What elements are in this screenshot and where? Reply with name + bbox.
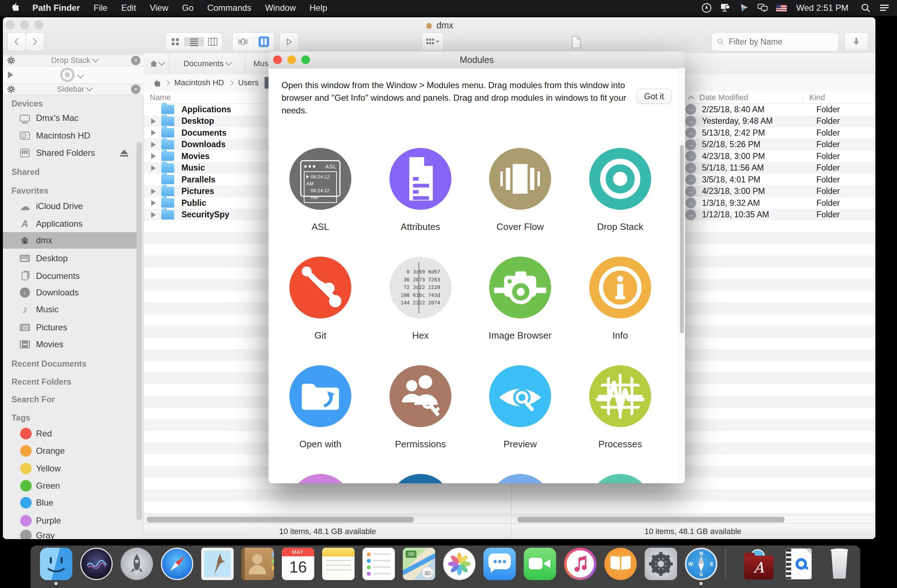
sidebar-item-pictures[interactable]: Pictures (3, 319, 137, 336)
view-options-dropdown-button[interactable] (421, 32, 444, 51)
slideshow-play-button[interactable] (279, 32, 299, 51)
dock-mail[interactable] (201, 548, 234, 580)
sidebar-tag-yellow[interactable]: Yellow (3, 460, 137, 477)
dock-contacts[interactable] (242, 548, 274, 580)
module-partial-3[interactable] (489, 474, 551, 483)
notification-center-icon[interactable] (879, 3, 890, 13)
menu-app-name[interactable]: Path Finder (26, 3, 87, 13)
drop-stack-well[interactable] (3, 66, 144, 84)
dock-ibooks[interactable] (605, 548, 637, 580)
dock-launchpad[interactable] (121, 548, 153, 580)
menu-help[interactable]: Help (303, 3, 334, 13)
sidebar-tag-gray[interactable]: Gray (3, 527, 137, 539)
dock-maps[interactable]: 280 3D (403, 548, 435, 580)
sidebar-recent-folders-header[interactable]: Recent Folders (12, 375, 71, 388)
date-modified-column-header[interactable]: Date Modified (700, 92, 749, 103)
right-pane-horizontal-scrollbar[interactable] (511, 516, 875, 523)
disclosure-triangle-icon[interactable] (151, 200, 156, 206)
airplay-status-icon[interactable] (739, 3, 749, 13)
menu-file[interactable]: File (87, 3, 115, 13)
disclosure-triangle-icon[interactable] (151, 153, 156, 159)
menu-view[interactable]: View (143, 3, 175, 13)
tab-documents[interactable]: Documents (170, 59, 245, 69)
list-view-button[interactable] (185, 37, 204, 46)
icon-view-button[interactable] (166, 37, 185, 46)
breadcrumb-users[interactable]: Users (238, 78, 259, 87)
dialog-minimize-button[interactable] (287, 55, 296, 64)
module-asl[interactable]: ASL 08:24:12 AM 08:24:12 AM (289, 148, 351, 210)
disclosure-triangle-icon[interactable] (151, 142, 156, 148)
sidebar-tag-orange[interactable]: Orange (3, 443, 137, 459)
sidebar-item-documents[interactable]: Documents (3, 268, 137, 284)
module-git[interactable] (289, 257, 351, 318)
dock-siri[interactable] (80, 548, 113, 580)
sidebar-close-icon[interactable]: × (131, 85, 140, 94)
dialog-close-button[interactable] (273, 55, 282, 64)
sidebar-item-music[interactable]: ♪ Music (3, 301, 137, 318)
module-hex[interactable]: 03c69 6d67 362073 7263 723d22 2220 10861… (389, 257, 452, 318)
displays-status-icon[interactable] (757, 3, 768, 13)
filter-field[interactable] (711, 32, 839, 51)
tab-home[interactable] (144, 60, 169, 68)
got-it-button[interactable]: Got it (637, 89, 672, 104)
clipboard-tool-icon[interactable] (566, 33, 586, 51)
menu-clock[interactable]: Wed 2:51 PM (787, 3, 855, 13)
sidebar-search-for-header[interactable]: Search For (12, 393, 55, 406)
module-drop-stack[interactable] (589, 148, 651, 210)
module-processes[interactable] (589, 365, 651, 427)
drop-stack-play-icon[interactable] (8, 71, 13, 78)
filter-input[interactable] (728, 37, 833, 47)
dock-system-preferences[interactable] (645, 548, 677, 580)
module-image-browser[interactable] (489, 257, 551, 318)
dock-trash[interactable] (823, 548, 856, 580)
coverflow-toggle-button[interactable] (233, 37, 254, 46)
module-partial-1[interactable] (289, 474, 351, 483)
dock-quicktime[interactable] (783, 548, 815, 580)
sidebar-item-macintosh-hd[interactable]: Macintosh HD (3, 127, 137, 144)
module-open-with[interactable] (289, 365, 351, 427)
drop-stack-close-icon[interactable]: × (131, 56, 140, 65)
dock-acrobat[interactable]: A (742, 548, 775, 580)
sidebar-item-movies[interactable]: Movies (3, 336, 137, 353)
menu-edit[interactable]: Edit (115, 3, 143, 13)
input-source-flag-icon[interactable] (776, 5, 787, 12)
module-info[interactable] (589, 257, 651, 318)
eject-icon[interactable] (120, 150, 128, 157)
dock-reminders[interactable] (363, 548, 395, 580)
disclosure-triangle-icon[interactable] (151, 118, 156, 124)
dock-itunes[interactable] (564, 548, 597, 580)
dock-notes[interactable] (322, 548, 355, 580)
disclosure-triangle-icon[interactable] (151, 165, 156, 171)
spotlight-search-icon[interactable] (860, 3, 871, 13)
sidebar-tag-green[interactable]: Green (3, 478, 137, 494)
remote-display-status-icon[interactable] (720, 3, 731, 13)
sidebar-item-applications[interactable]: A Applications (3, 215, 137, 232)
sidebar-item-dmxs-mac[interactable]: Dmx’s Mac (3, 110, 137, 126)
menu-commands[interactable]: Commands (201, 3, 259, 13)
left-pane-horizontal-scrollbar[interactable] (144, 516, 511, 523)
disclosure-triangle-icon[interactable] (151, 189, 156, 194)
dock-facetime[interactable] (524, 548, 556, 580)
column-view-button[interactable] (204, 37, 222, 46)
dialog-scrollbar[interactable] (678, 68, 685, 483)
module-cover-flow[interactable] (489, 148, 551, 210)
gear-icon[interactable] (6, 56, 16, 65)
module-permissions[interactable] (389, 365, 452, 427)
sidebar-scrollbar[interactable] (136, 142, 142, 520)
sidebar-item-dmx[interactable]: dmx (3, 232, 137, 249)
dock-messages[interactable] (484, 548, 516, 580)
sidebar-tag-blue[interactable]: Blue (3, 495, 137, 511)
kind-column-header[interactable]: Kind (809, 92, 825, 103)
sidebar-item-shared-folders[interactable]: Shared Folders (3, 145, 137, 161)
sidebar-title[interactable]: Sidebar (18, 85, 131, 94)
disclosure-triangle-icon[interactable] (151, 130, 156, 136)
module-attributes[interactable] (389, 148, 452, 210)
dock-calendar[interactable]: MAY 16 (282, 548, 314, 580)
download-button[interactable] (845, 32, 868, 51)
location-status-icon[interactable] (701, 3, 712, 13)
sidebar-tag-purple[interactable]: Purple (3, 512, 137, 529)
dock-path-finder[interactable]: N E S W (685, 548, 717, 580)
dock-photos[interactable] (443, 548, 476, 580)
dock-finder[interactable] (40, 548, 72, 580)
drop-stack-title[interactable]: Drop Stack (18, 56, 131, 65)
